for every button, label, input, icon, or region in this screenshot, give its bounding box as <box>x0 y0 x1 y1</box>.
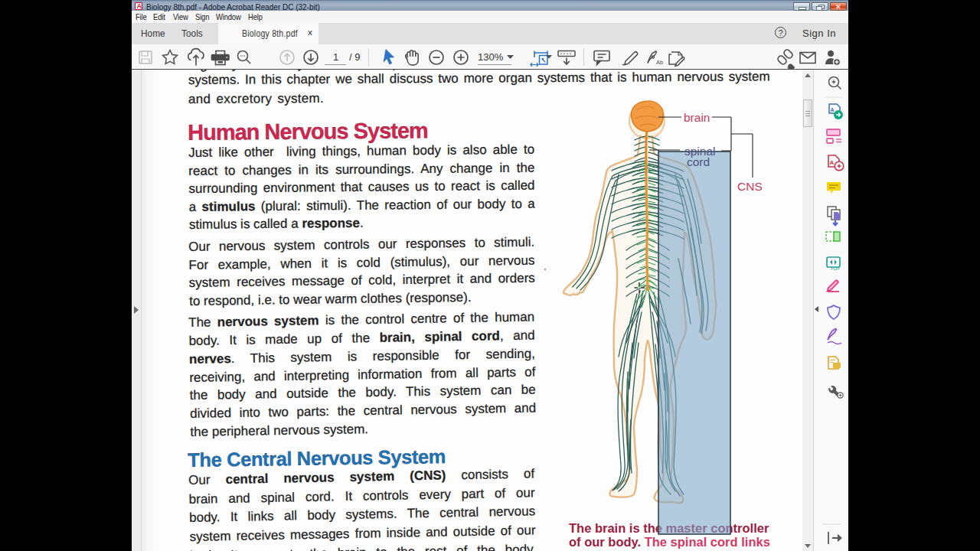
svg-text:Ab: Ab <box>656 59 663 66</box>
svg-text:/ 9: / 9 <box>349 51 360 63</box>
svg-text:brain: brain <box>684 111 710 124</box>
svg-text:A: A <box>831 107 835 112</box>
svg-text:1: 1 <box>333 51 338 63</box>
svg-text:cord: cord <box>687 155 710 168</box>
svg-text:A: A <box>830 159 835 166</box>
svg-text:of our body. The spinal cord l: of our body. The spinal cord links <box>569 535 770 549</box>
svg-text:130%: 130% <box>478 51 504 63</box>
svg-text:PDF: PDF <box>831 266 840 271</box>
svg-text:CNS: CNS <box>737 180 763 193</box>
